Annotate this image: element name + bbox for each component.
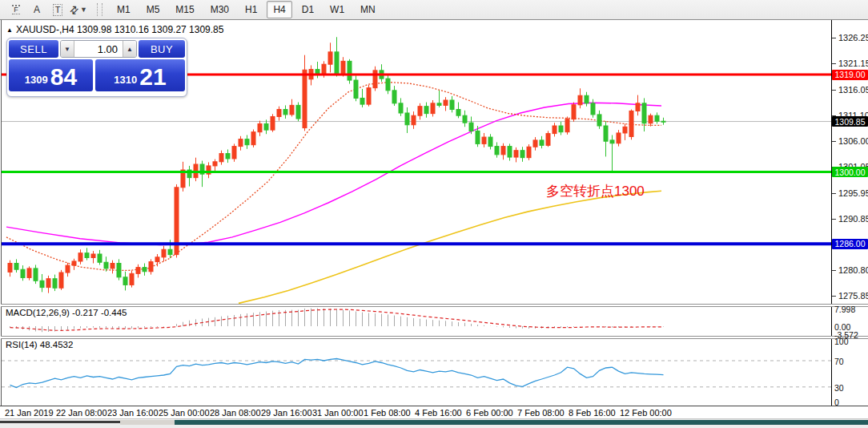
macd-indicator-label: MACD(12,26,9) -0.217 -0.445 bbox=[6, 308, 127, 317]
candle-body bbox=[296, 105, 300, 119]
rsi-scale-label: 30 bbox=[834, 383, 844, 393]
rsi-line bbox=[10, 359, 664, 388]
price-tick-label: 1306.00 bbox=[838, 136, 868, 146]
tick-mark bbox=[832, 141, 836, 142]
buy-button[interactable]: BUY bbox=[139, 40, 185, 58]
chart-window: ▲ XAUUSD-,H4 1309.98 1310.16 1309.27 130… bbox=[0, 19, 868, 428]
bid-price-main: 1309 bbox=[25, 74, 48, 86]
candle-body bbox=[8, 264, 12, 273]
tick-mark bbox=[832, 270, 836, 271]
tick-mark bbox=[832, 90, 836, 91]
candle-body bbox=[540, 140, 544, 145]
candle-body bbox=[604, 126, 608, 141]
bid-price-box[interactable]: 1309 84 bbox=[9, 59, 93, 91]
timeframe-button-m30[interactable]: M30 bbox=[204, 1, 235, 18]
timeframe-button-h1[interactable]: H1 bbox=[239, 1, 263, 18]
candle-body bbox=[437, 103, 441, 106]
candle-body bbox=[136, 268, 140, 274]
price-tick-label: 1326.25 bbox=[838, 33, 868, 42]
candle-body bbox=[72, 261, 76, 265]
candle-body bbox=[629, 111, 633, 136]
crosshair-tool-icon[interactable]: ⇄▼ bbox=[69, 1, 88, 18]
candle-body bbox=[303, 70, 307, 127]
volume-input[interactable]: 1.00 bbox=[74, 41, 123, 57]
candle-body bbox=[610, 140, 614, 143]
date-label: 7 Feb 08:00 bbox=[517, 408, 565, 418]
candle-body bbox=[501, 147, 505, 155]
candle-body bbox=[546, 134, 550, 146]
candle-body bbox=[117, 264, 121, 277]
date-label: 25 Jan 00:00 bbox=[159, 408, 210, 418]
timeframe-button-m5[interactable]: M5 bbox=[140, 1, 167, 18]
candle-body bbox=[469, 123, 473, 131]
date-label: 29 Jan 16:00 bbox=[261, 408, 312, 418]
window-edge-segment bbox=[0, 421, 120, 423]
candle-body bbox=[21, 269, 25, 277]
timeframe-button-h4[interactable]: H4 bbox=[267, 1, 291, 18]
candle-body bbox=[46, 279, 50, 288]
candle-body bbox=[251, 132, 255, 145]
timeframe-button-m1[interactable]: M1 bbox=[111, 1, 137, 18]
candle-body bbox=[488, 137, 492, 147]
timeframe-button-w1[interactable]: W1 bbox=[323, 1, 351, 18]
dropdown-caret-icon[interactable]: ▼ bbox=[80, 6, 87, 14]
text-tool-icon[interactable]: A bbox=[27, 1, 46, 18]
candle-body bbox=[277, 110, 281, 117]
candle-body bbox=[123, 277, 127, 285]
scrollbar-thumb[interactable] bbox=[175, 420, 868, 425]
candle-body bbox=[399, 103, 403, 113]
date-label: 8 Feb 16:00 bbox=[569, 408, 616, 418]
timeframe-button-d1[interactable]: D1 bbox=[295, 1, 320, 18]
date-label: 28 Jan 08:00 bbox=[210, 408, 261, 418]
price-badge: 1319.00 bbox=[832, 70, 868, 80]
price-tick-label: 1316.05 bbox=[838, 85, 868, 95]
toolbar-separator bbox=[97, 3, 102, 16]
candle-body bbox=[508, 147, 512, 157]
candle-body bbox=[450, 100, 454, 110]
volume-increase-button[interactable]: ▲ bbox=[123, 41, 136, 57]
volume-decrease-button[interactable]: ▼ bbox=[61, 41, 74, 57]
bottom-strip bbox=[0, 418, 868, 428]
window-left-border bbox=[1, 20, 2, 406]
price-badge: 1309.85 bbox=[832, 116, 868, 127]
candle-body bbox=[98, 254, 102, 262]
macd-panel-divider[interactable] bbox=[1, 304, 868, 307]
candle-body bbox=[34, 269, 38, 281]
timeframe-button-m15[interactable]: M15 bbox=[169, 1, 200, 18]
candle-body bbox=[649, 115, 653, 123]
candle-body bbox=[149, 262, 153, 272]
ask-price-pips: 21 bbox=[139, 65, 166, 89]
sell-button[interactable]: SELL bbox=[9, 40, 58, 58]
tick-mark bbox=[832, 38, 836, 38]
one-click-trading-panel: SELL ▼ 1.00 ▲ BUY 1309 84 1310 21 bbox=[6, 38, 187, 97]
ask-price-box[interactable]: 1310 21 bbox=[95, 59, 185, 91]
rsi-scale-label: 70 bbox=[834, 357, 844, 366]
ma-slow-line bbox=[239, 191, 661, 303]
price-tick-label: 1290.85 bbox=[838, 214, 868, 224]
candle-body bbox=[463, 115, 467, 123]
candle-body bbox=[335, 52, 339, 74]
fibonacci-tool-icon[interactable]: F bbox=[6, 1, 26, 18]
ask-price-main: 1310 bbox=[114, 74, 137, 86]
time-axis[interactable]: 21 Jan 201922 Jan 08:0023 Jan 16:0025 Ja… bbox=[0, 406, 868, 418]
rsi-plot bbox=[2, 359, 831, 388]
candle-body bbox=[322, 64, 326, 75]
candle-body bbox=[527, 147, 531, 157]
price-tick-label: 1280.80 bbox=[838, 265, 868, 275]
text-tool-glyph: A bbox=[34, 4, 40, 15]
rsi-panel-divider[interactable] bbox=[1, 336, 868, 339]
candle-body bbox=[53, 279, 57, 289]
price-badge: 1286.00 bbox=[832, 239, 868, 249]
candle-body bbox=[283, 110, 287, 115]
candle-body bbox=[328, 52, 332, 64]
candle-body bbox=[59, 273, 63, 288]
date-label: 12 Feb 00:00 bbox=[620, 408, 672, 418]
candle-body bbox=[424, 107, 428, 114]
candle-body bbox=[232, 147, 236, 159]
candle-body bbox=[412, 115, 416, 125]
scrollbar-track bbox=[120, 420, 175, 425]
label-tool-icon[interactable]: T bbox=[48, 1, 67, 18]
price-tick-label: 1275.85 bbox=[838, 291, 868, 301]
candle-body bbox=[91, 254, 95, 257]
timeframe-button-mn[interactable]: MN bbox=[354, 1, 382, 18]
